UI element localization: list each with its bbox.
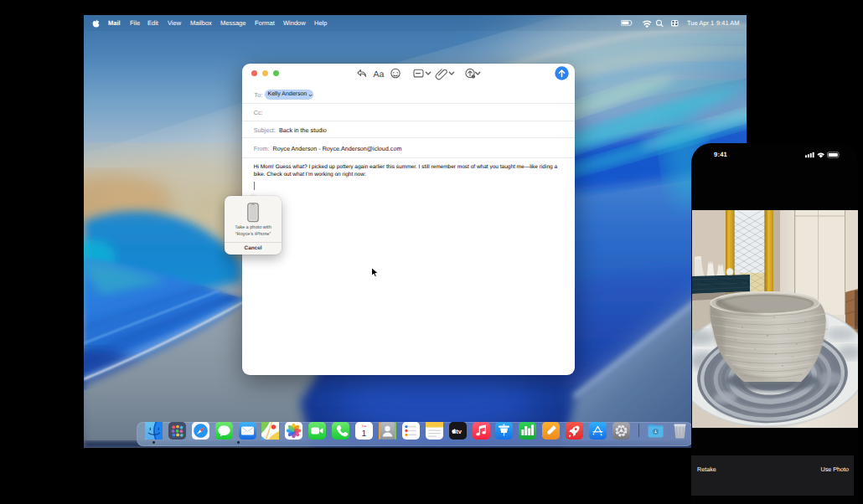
svg-text:1: 1 [362,428,367,438]
svg-text:tv: tv [456,427,462,435]
svg-text:Aa: Aa [374,69,385,80]
